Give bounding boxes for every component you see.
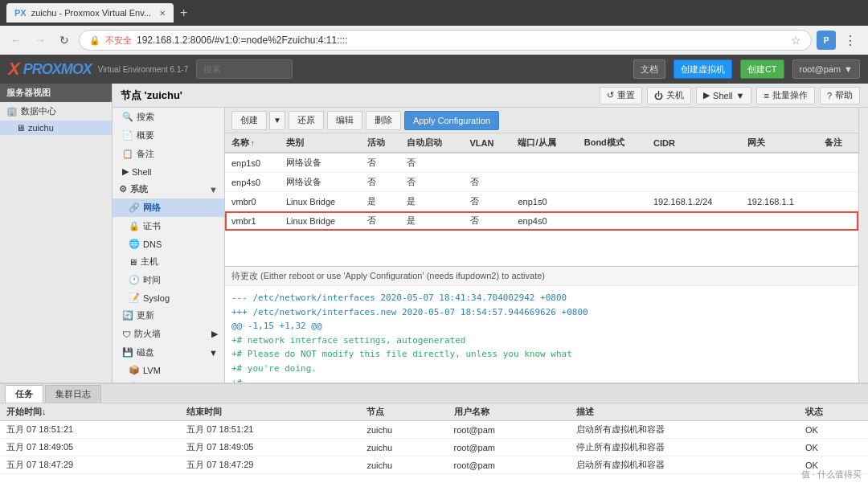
col-type[interactable]: 类别	[280, 133, 361, 153]
expand-icon: ▼	[209, 185, 218, 194]
revert-btn[interactable]: 还原	[289, 111, 324, 130]
hosts-icon: 🖥	[129, 257, 137, 267]
content-toolbar: 创建 ▼ 还原 编辑 删除 Apply Configuration	[225, 108, 858, 133]
col-gateway[interactable]: 网关	[741, 133, 819, 153]
node-title: 节点 'zuichu'	[121, 88, 182, 103]
nav-system[interactable]: ⚙ 系统 ▼	[113, 180, 224, 198]
nav-certificates[interactable]: 🔒 证书	[113, 217, 224, 235]
nav-hosts[interactable]: 🖥 主机	[113, 252, 224, 271]
edit-btn[interactable]: 编辑	[327, 111, 362, 130]
disk-icon: 💾	[122, 347, 133, 358]
bottom-col-header[interactable]: 描述	[570, 403, 799, 421]
close-tab-btn[interactable]: ✕	[159, 9, 166, 18]
diff-line: --- /etc/network/interfaces 2020-05-07 1…	[231, 291, 852, 305]
bottom-col-header[interactable]: 状态	[799, 403, 868, 421]
right-scrollbar[interactable]	[858, 108, 868, 383]
node-label: zuichu	[28, 123, 54, 133]
table-row[interactable]: enp1s0网络设备否否	[225, 153, 858, 173]
reset-icon: ↺	[607, 90, 614, 100]
col-port[interactable]: 端口/从属	[511, 133, 577, 153]
shutdown-btn[interactable]: ⏻ 关机	[647, 87, 691, 104]
col-cidr[interactable]: CIDR	[647, 133, 741, 153]
nav-dns[interactable]: 🌐 DNS	[113, 235, 224, 252]
logo-x-icon: X	[8, 59, 20, 80]
nav-syslog[interactable]: 📝 Syslog	[113, 289, 224, 306]
forward-btn[interactable]: →	[31, 31, 50, 50]
shell-btn[interactable]: ▶ Shell ▼	[696, 87, 751, 104]
create-vm-btn[interactable]: 创建虚拟机	[674, 59, 732, 79]
col-note[interactable]: 备注	[818, 133, 858, 153]
menu-btn[interactable]: ⋮	[839, 29, 862, 51]
bookmark-icon[interactable]: ☆	[791, 34, 801, 47]
browser-tab[interactable]: PX zuichu - Proxmox Virtual Env... ✕	[6, 3, 174, 23]
time-icon: 🕐	[129, 275, 140, 285]
app: X PROXMOX Virtual Environment 6.1-7 文档 创…	[0, 55, 868, 487]
content-area: 服务器视图 🏢 数据中心 🖥 zuichu 节点 'zuichu' ↺ 重置	[0, 84, 868, 383]
nav-time[interactable]: 🕐 时间	[113, 271, 224, 289]
create-dropdown-btn[interactable]: ▼	[269, 111, 285, 130]
tasks-table: 开始时间↓结束时间节点用户名称描述状态 五月 07 18:51:21五月 07 …	[0, 403, 868, 487]
nav-shell[interactable]: ▶ Shell	[113, 163, 224, 180]
topbar: X PROXMOX Virtual Environment 6.1-7 文档 创…	[0, 55, 868, 84]
nav-search[interactable]: 🔍 搜索	[113, 108, 224, 126]
shell-chevron-icon: ▼	[736, 91, 745, 100]
nav-notes[interactable]: 📋 备注	[113, 145, 224, 163]
table-row[interactable]: vmbr1Linux Bridge否是否enp4s0	[225, 211, 858, 231]
bottom-col-header[interactable]: 用户名称	[448, 403, 571, 421]
search-input[interactable]	[196, 59, 293, 79]
sidebar-node-zuichu[interactable]: 🖥 zuichu	[0, 121, 112, 135]
nav-network[interactable]: 🔗 网络	[113, 198, 224, 217]
bulk-actions-btn[interactable]: ≡ 批量操作	[756, 87, 814, 104]
apply-config-btn[interactable]: Apply Configuration	[404, 111, 499, 130]
nav-updates[interactable]: 🔄 更新	[113, 306, 224, 325]
tab-cluster-log[interactable]: 集群日志	[45, 385, 101, 403]
bottom-col-header[interactable]: 节点	[360, 403, 447, 421]
shell-nav-icon: ▶	[122, 166, 129, 177]
nav-firewall[interactable]: 🛡 防火墙 ▶	[113, 325, 224, 343]
diff-line: +# network interface settings, autogener…	[231, 334, 852, 348]
diff-line: +#	[231, 376, 852, 383]
table-row[interactable]: enp4s0网络设备否否否	[225, 173, 858, 192]
col-vlan[interactable]: VLAN	[464, 133, 512, 153]
new-tab-btn[interactable]: +	[180, 6, 187, 20]
col-bond[interactable]: Bond模式	[578, 133, 647, 153]
task-row[interactable]: 五月 07 18:47:29五月 07 18:47:29zuichuroot@p…	[0, 456, 868, 474]
nav-disks[interactable]: 💾 磁盘 ▼	[113, 343, 224, 362]
diff-info: 待更改 (Either reboot or use 'Apply Configu…	[225, 267, 858, 286]
col-autostart[interactable]: 自动启动	[400, 133, 463, 153]
tab-tasks[interactable]: 任务	[5, 385, 43, 403]
help-btn[interactable]: ? 帮助	[820, 87, 860, 104]
nav-summary[interactable]: 📄 概要	[113, 126, 224, 145]
address-bar[interactable]: 🔒 不安全 192.168.1.2:8006/#v1:0:=node%2Fzui…	[79, 30, 812, 51]
back-btn[interactable]: ←	[6, 31, 26, 50]
firewall-expand-icon: ▶	[211, 329, 218, 339]
delete-btn[interactable]: 删除	[366, 111, 401, 130]
docs-btn[interactable]: 文档	[633, 59, 665, 79]
task-row[interactable]: 五月 07 18:51:21五月 07 18:51:21zuichuroot@p…	[0, 421, 868, 439]
diff-line: +# Please do NOT modify this file direct…	[231, 347, 852, 362]
create-ct-btn[interactable]: 创建CT	[740, 59, 784, 79]
reload-btn[interactable]: ↻	[55, 31, 74, 50]
summary-icon: 📄	[122, 130, 133, 141]
bottom-col-header[interactable]: 结束时间	[180, 403, 360, 421]
task-row[interactable]: 五月 07 18:49:05五月 07 18:49:05zuichuroot@p…	[0, 439, 868, 456]
dns-icon: 🌐	[129, 239, 140, 249]
bottom-col-header[interactable]: 开始时间↓	[0, 403, 180, 421]
diff-content: --- /etc/network/interfaces 2020-05-07 1…	[225, 286, 858, 383]
col-active[interactable]: 活动	[361, 133, 401, 153]
help-icon: ?	[827, 91, 832, 100]
cert-icon: 🔒	[129, 221, 140, 231]
reset-btn[interactable]: ↺ 重置	[600, 87, 642, 104]
diff-panel: 待更改 (Either reboot or use 'Apply Configu…	[225, 266, 858, 383]
proxmox-logo: X PROXMOX Virtual Environment 6.1-7	[8, 59, 188, 80]
notes-icon: 📋	[122, 149, 133, 159]
table-row[interactable]: vmbr0Linux Bridge是是否enp1s0192.168.1.2/24…	[225, 192, 858, 211]
user-menu-btn[interactable]: root@pam ▼	[792, 59, 860, 79]
chevron-down-icon: ▼	[844, 64, 853, 74]
nav-lvm[interactable]: 📦 LVM	[113, 362, 224, 379]
col-name[interactable]: 名称↑	[225, 133, 280, 153]
sidebar-datacenter[interactable]: 🏢 数据中心	[0, 102, 112, 121]
extension-icon[interactable]: P	[817, 31, 836, 50]
create-btn[interactable]: 创建	[231, 111, 267, 130]
search-icon: 🔍	[122, 112, 133, 122]
